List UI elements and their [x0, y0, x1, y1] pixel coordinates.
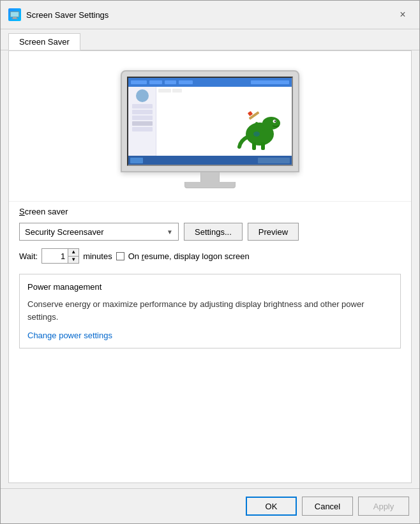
svg-point-5 [262, 117, 280, 130]
controls-row: Security Screensaver ▼ Settings... Previ… [19, 223, 401, 241]
preview-button[interactable]: Preview [248, 223, 299, 241]
minutes-label: minutes [83, 251, 112, 261]
power-section: Power management Conserve energy or maxi… [19, 274, 401, 348]
tab-screen-saver[interactable]: Screen Saver [8, 33, 80, 50]
svg-point-13 [253, 131, 260, 137]
monitor-wrapper [121, 70, 299, 188]
svg-rect-12 [261, 142, 265, 150]
dropdown-arrow-icon: ▼ [167, 228, 173, 236]
wait-label: Wait: [19, 251, 38, 261]
svg-rect-1 [11, 12, 19, 17]
svg-rect-2 [13, 17, 17, 19]
spinner-up-button[interactable]: ▲ [68, 249, 79, 257]
monitor-screen [127, 77, 293, 166]
svg-rect-3 [11, 19, 18, 19]
ok-button[interactable]: OK [246, 497, 297, 516]
wait-row: Wait: ▲ ▼ minutes On resume, display log… [19, 248, 401, 264]
spinner-down-button[interactable]: ▼ [68, 257, 79, 264]
dinosaur-icon [234, 105, 285, 153]
screen-saver-section: Screen saver Security Screensaver ▼ Sett… [9, 201, 411, 274]
cancel-button[interactable]: Cancel [302, 497, 353, 516]
wait-input[interactable] [42, 249, 68, 263]
title-bar-left: Screen Saver Settings [8, 8, 109, 21]
wait-input-wrapper: ▲ ▼ [41, 248, 79, 264]
monitor-base [184, 182, 236, 188]
power-title: Power management [27, 282, 393, 292]
tabs-bar: Screen Saver [1, 29, 419, 50]
title-text: Screen Saver Settings [26, 10, 109, 20]
app-icon [8, 8, 21, 21]
change-power-settings-link[interactable]: Change power settings [27, 331, 112, 340]
screensaver-dropdown[interactable]: Security Screensaver ▼ [19, 223, 179, 241]
spinner-buttons: ▲ ▼ [68, 249, 79, 263]
resume-label: On resume, display logon screen [128, 251, 250, 261]
resume-checkbox-wrapper: On resume, display logon screen [116, 251, 250, 261]
title-bar: Screen Saver Settings × [1, 1, 419, 29]
preview-area [9, 51, 411, 201]
screen-saver-label: Screen saver [19, 207, 401, 216]
svg-rect-11 [252, 142, 256, 150]
settings-button[interactable]: Settings... [184, 223, 243, 241]
resume-checkbox[interactable] [116, 252, 124, 260]
dialog-footer: OK Cancel Apply [1, 488, 419, 523]
dropdown-value: Security Screensaver [25, 227, 104, 237]
close-button[interactable]: × [394, 6, 412, 24]
power-description: Conserve energy or maximize performance … [27, 298, 393, 323]
monitor-stand [200, 172, 220, 182]
monitor [121, 70, 299, 172]
svg-point-7 [274, 121, 276, 122]
content-wrapper: Screen saver Security Screensaver ▼ Sett… [1, 50, 419, 488]
inner-box: Screen saver Security Screensaver ▼ Sett… [8, 50, 412, 483]
dialog-window: Screen Saver Settings × Screen Saver [0, 0, 420, 524]
apply-button[interactable]: Apply [358, 497, 409, 516]
